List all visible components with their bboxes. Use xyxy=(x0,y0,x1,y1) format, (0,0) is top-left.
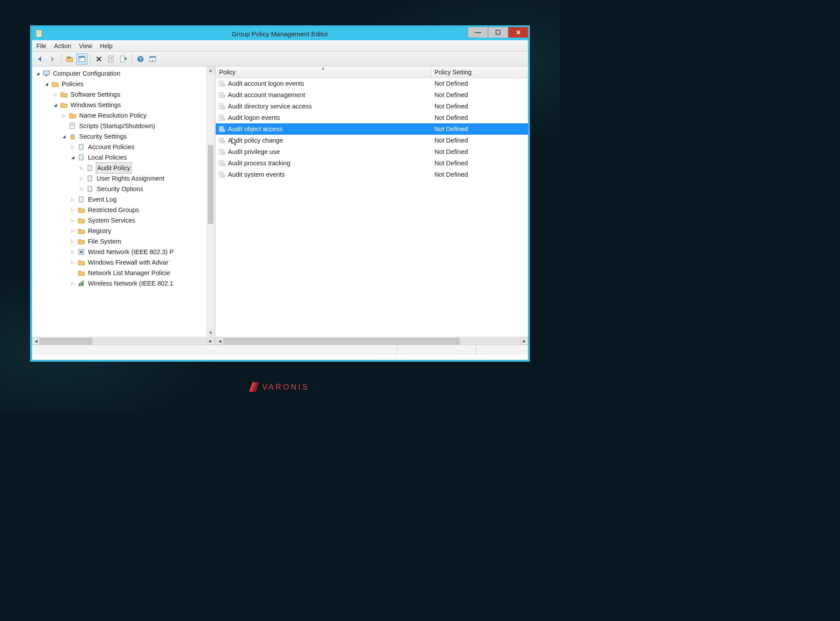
tree-label: Registry xyxy=(87,226,112,236)
scripts-icon xyxy=(69,122,77,130)
scroll-right-icon[interactable]: ▶ xyxy=(520,338,528,345)
scroll-thumb[interactable] xyxy=(208,145,214,224)
export-button[interactable] xyxy=(118,53,129,65)
filter-button[interactable] xyxy=(147,53,158,65)
menu-help[interactable]: Help xyxy=(100,42,113,49)
policy-row[interactable]: Audit process trackingNot Defined xyxy=(216,157,528,169)
expand-icon[interactable] xyxy=(70,247,76,257)
expand-icon[interactable] xyxy=(70,152,76,163)
scroll-track[interactable] xyxy=(40,338,206,345)
tree-node-windows-settings[interactable]: Windows Settings xyxy=(35,100,214,110)
policy-name: Audit system events xyxy=(228,171,285,178)
minimize-button[interactable]: — xyxy=(468,27,488,38)
policy-row[interactable]: Audit object accessNot Defined xyxy=(216,123,528,135)
tree-node-system-services[interactable]: System Services xyxy=(35,215,214,226)
tree-node-registry[interactable]: Registry xyxy=(35,226,214,236)
policy-row[interactable]: Audit directory service accessNot Define… xyxy=(216,101,528,112)
expand-icon[interactable] xyxy=(61,131,67,142)
column-label: Policy Setting xyxy=(434,69,472,76)
svg-rect-51 xyxy=(220,128,223,128)
maximize-button[interactable]: ☐ xyxy=(488,27,508,38)
svg-rect-43 xyxy=(220,105,223,105)
help-button[interactable]: ? xyxy=(135,53,146,65)
tree-node-wireless-network[interactable]: Wireless Network (IEEE 802.1 xyxy=(35,278,214,289)
tree-node-security-options[interactable]: Security Options xyxy=(35,184,214,194)
expand-icon[interactable] xyxy=(70,257,76,268)
scroll-left-icon[interactable]: ◀ xyxy=(216,338,224,345)
scroll-right-icon[interactable]: ▶ xyxy=(206,338,214,345)
titlebar[interactable]: Group Policy Management Editor — ☐ ✕ xyxy=(32,27,528,40)
expand-icon[interactable] xyxy=(70,226,76,236)
tree-node-event-log[interactable]: Event Log xyxy=(35,194,214,205)
policy-row[interactable]: Audit system eventsNot Defined xyxy=(216,169,528,180)
branding-text: VARONIS xyxy=(262,383,309,392)
tree-node-name-resolution[interactable]: Name Resolution Policy xyxy=(35,110,214,121)
expand-icon[interactable] xyxy=(70,215,76,226)
expand-icon[interactable] xyxy=(70,205,76,215)
svg-rect-39 xyxy=(220,94,223,94)
expand-icon[interactable] xyxy=(52,89,58,100)
tree-node-wired-network[interactable]: Wired Network (IEEE 802.3) P xyxy=(35,247,214,257)
tree-node-security-settings[interactable]: Security Settings xyxy=(35,131,214,142)
tree-view[interactable]: Computer Configuration Policies Software… xyxy=(32,66,214,337)
tree-node-user-rights[interactable]: User Rights Assignment xyxy=(35,173,214,184)
scroll-thumb[interactable] xyxy=(40,338,92,345)
tree-node-local-policies[interactable]: Local Policies xyxy=(35,152,214,163)
expand-icon[interactable] xyxy=(52,100,58,110)
expand-icon[interactable] xyxy=(61,110,67,121)
svg-rect-53 xyxy=(222,129,225,132)
menu-view[interactable]: View xyxy=(79,42,92,49)
svg-rect-30 xyxy=(80,251,83,253)
menu-action[interactable]: Action xyxy=(54,42,71,49)
tree-node-software-settings[interactable]: Software Settings xyxy=(35,89,214,100)
back-button[interactable] xyxy=(35,53,46,65)
expand-icon[interactable] xyxy=(35,68,41,79)
up-folder-button[interactable] xyxy=(64,53,75,65)
close-button[interactable]: ✕ xyxy=(508,27,528,38)
tree-node-network-list-manager[interactable]: Network List Manager Policie xyxy=(35,268,214,278)
policy-setting: Not Defined xyxy=(431,148,528,155)
list-horizontal-scrollbar[interactable]: ◀ ▶ xyxy=(216,337,528,345)
forward-button[interactable] xyxy=(47,53,58,65)
menu-file[interactable]: File xyxy=(36,42,46,49)
policy-row[interactable]: Audit policy changeNot Defined xyxy=(216,135,528,146)
policy-row[interactable]: Audit logon eventsNot Defined xyxy=(216,112,528,123)
policy-row[interactable]: Audit account managementNot Defined xyxy=(216,89,528,101)
scroll-up-icon[interactable]: ▲ xyxy=(207,66,214,74)
delete-button[interactable] xyxy=(93,53,105,65)
column-header-policy[interactable]: Policy ▴ xyxy=(216,66,431,77)
tree-node-restricted-groups[interactable]: Restricted Groups xyxy=(35,205,214,215)
tree-node-audit-policy[interactable]: Audit Policy xyxy=(35,163,214,173)
expand-icon[interactable] xyxy=(70,236,76,247)
tree-node-windows-firewall[interactable]: Windows Firewall with Advar xyxy=(35,257,214,268)
scroll-down-icon[interactable]: ▼ xyxy=(207,329,214,337)
expand-icon[interactable] xyxy=(78,184,84,194)
scroll-left-icon[interactable]: ◀ xyxy=(32,338,40,345)
show-hide-tree-button[interactable] xyxy=(76,53,88,65)
tree-node-file-system[interactable]: File System xyxy=(35,236,214,247)
properties-button[interactable] xyxy=(105,53,117,65)
svg-rect-22 xyxy=(71,136,74,139)
expand-icon[interactable] xyxy=(70,142,76,152)
scroll-track[interactable] xyxy=(224,338,520,345)
expand-icon[interactable] xyxy=(70,194,76,205)
policy-item-icon xyxy=(218,80,225,87)
tree-node-computer-configuration[interactable]: Computer Configuration xyxy=(35,68,214,79)
expand-icon[interactable] xyxy=(78,163,84,173)
expand-icon[interactable] xyxy=(70,278,76,289)
scroll-thumb[interactable] xyxy=(224,338,460,345)
expand-icon[interactable] xyxy=(78,173,84,184)
policy-list[interactable]: Audit account logon eventsNot DefinedAud… xyxy=(216,78,528,337)
tree-node-account-policies[interactable]: Account Policies xyxy=(35,142,214,152)
svg-rect-4 xyxy=(66,58,73,62)
tree-vertical-scrollbar[interactable]: ▲ ▼ xyxy=(206,66,214,337)
tree-node-policies[interactable]: Policies xyxy=(35,79,214,89)
tree-node-scripts[interactable]: Scripts (Startup/Shutdown) xyxy=(35,121,214,131)
tree-horizontal-scrollbar[interactable]: ◀ ▶ xyxy=(32,337,214,345)
policy-row[interactable]: Audit privilege useNot Defined xyxy=(216,146,528,157)
column-header-setting[interactable]: Policy Setting xyxy=(431,66,528,77)
toolbar-separator xyxy=(132,54,132,64)
policy-row[interactable]: Audit account logon eventsNot Defined xyxy=(216,78,528,89)
expand-icon[interactable] xyxy=(43,79,49,89)
policy-icon xyxy=(77,143,85,151)
